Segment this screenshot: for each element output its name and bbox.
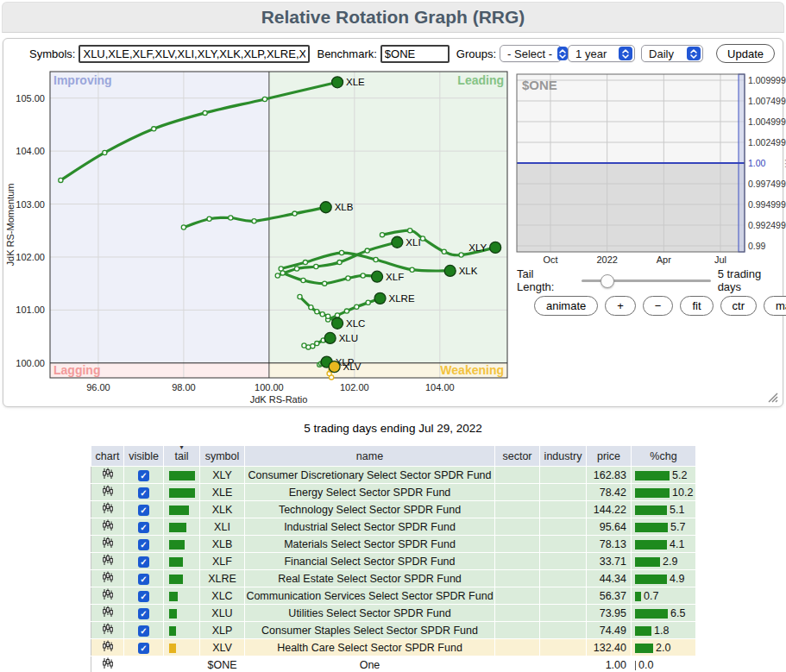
- column-header-tail[interactable]: tail▾: [164, 446, 200, 467]
- visible-cell[interactable]: ✓: [124, 536, 164, 553]
- name-cell: Energy Select Sector SPDR Fund: [245, 484, 495, 501]
- chart-cell[interactable]: [91, 639, 124, 656]
- rrg-dot-XLC[interactable]: [332, 317, 343, 329]
- max-button[interactable]: max: [764, 296, 786, 316]
- column-header-visible[interactable]: visible: [124, 446, 164, 467]
- benchmark-y-label: 0.9974999: [748, 179, 786, 189]
- chart-cell[interactable]: [91, 484, 124, 501]
- chart-icon[interactable]: [102, 556, 114, 568]
- resize-handle-icon[interactable]: [766, 391, 778, 403]
- visible-cell[interactable]: ✓: [124, 622, 164, 639]
- benchmark-x-label: Oct: [543, 254, 557, 265]
- rrg-dot-XLK[interactable]: [444, 265, 456, 276]
- visible-cell[interactable]: ✓: [124, 518, 164, 536]
- chart-cell[interactable]: [91, 570, 124, 587]
- slider-thumb[interactable]: [601, 274, 614, 288]
- column-header-name[interactable]: name: [245, 446, 495, 467]
- visible-checkbox[interactable]: ✓: [138, 591, 149, 602]
- visible-cell[interactable]: ✓: [124, 553, 164, 570]
- chart-cell[interactable]: [91, 518, 124, 536]
- column-header-industry[interactable]: industry: [540, 446, 587, 467]
- visible-cell[interactable]: ✓: [124, 467, 164, 484]
- rrg-dot-XLRE[interactable]: [374, 292, 386, 304]
- name-cell: Real Estate Select Sector SPDR Fund: [245, 570, 495, 587]
- rrg-dot-XLI[interactable]: [392, 236, 403, 248]
- frequency-select[interactable]: Daily: [641, 45, 703, 62]
- rrg-dot-XLY[interactable]: [490, 242, 501, 253]
- fit-button[interactable]: fit: [680, 296, 713, 316]
- chart-cell[interactable]: [91, 587, 124, 605]
- visible-checkbox[interactable]: ✓: [138, 643, 149, 654]
- tail-swatch: [169, 506, 189, 515]
- visible-cell[interactable]: ✓: [124, 639, 164, 656]
- rrg-x-tick: 98.00: [172, 382, 196, 393]
- rrg-dot-XLF[interactable]: [372, 271, 383, 282]
- visible-checkbox[interactable]: ✓: [138, 608, 149, 619]
- period-select[interactable]: 1 year: [568, 45, 635, 62]
- visible-cell[interactable]: ✓: [124, 605, 164, 622]
- drag-dots-icon[interactable]: ⋮: [781, 158, 786, 168]
- rrg-dot-XLV[interactable]: [329, 361, 340, 373]
- chart-icon[interactable]: [102, 505, 114, 517]
- zoom-out-button[interactable]: −: [643, 296, 674, 316]
- industry-cell: [540, 484, 587, 501]
- rrg-chart[interactable]: ImprovingLeadingLaggingWeakening100.0010…: [3, 68, 519, 406]
- chart-icon[interactable]: [102, 591, 114, 603]
- industry-cell: [540, 656, 587, 672]
- update-button[interactable]: Update: [716, 44, 775, 63]
- visible-checkbox[interactable]: ✓: [138, 470, 149, 481]
- symbol-cell: XLC: [200, 587, 245, 605]
- visible-checkbox[interactable]: ✓: [138, 574, 149, 585]
- chart-icon[interactable]: [102, 470, 114, 482]
- visible-checkbox[interactable]: ✓: [138, 539, 149, 550]
- animate-button[interactable]: animate: [534, 296, 598, 316]
- benchmark-input[interactable]: [380, 45, 450, 63]
- groups-select[interactable]: - Select -: [500, 45, 562, 62]
- column-header-chg[interactable]: %chg: [632, 446, 696, 467]
- visible-cell[interactable]: ✓: [124, 501, 164, 518]
- column-header-sector[interactable]: sector: [495, 446, 540, 467]
- column-header-price[interactable]: price: [587, 446, 632, 467]
- chart-cell[interactable]: [91, 553, 124, 570]
- chart-cell[interactable]: [91, 622, 124, 639]
- visible-checkbox[interactable]: ✓: [138, 505, 149, 516]
- tail-cell: [164, 484, 200, 501]
- table-row-XLB: ✓XLBMaterials Select Sector SPDR Fund78.…: [91, 536, 696, 553]
- chart-cell[interactable]: [91, 536, 124, 553]
- name-cell: Consumer Discretionary Select Sector SPD…: [245, 467, 495, 484]
- visible-checkbox[interactable]: ✓: [138, 487, 149, 499]
- rrg-dot-XLE[interactable]: [332, 77, 343, 88]
- chart-icon[interactable]: [102, 660, 114, 672]
- benchmark-chart[interactable]: 1.00999991.00749991.00499991.00249991.00…: [510, 72, 786, 269]
- chart-icon[interactable]: [102, 625, 114, 637]
- symbols-input[interactable]: [79, 45, 310, 63]
- chart-icon[interactable]: [102, 539, 114, 551]
- visible-checkbox[interactable]: ✓: [138, 625, 149, 637]
- industry-cell: [540, 501, 587, 518]
- chart-cell[interactable]: [91, 501, 124, 518]
- center-button[interactable]: ctr: [720, 296, 757, 316]
- chart-cell[interactable]: [91, 605, 124, 622]
- price-cell: 78.42: [587, 484, 632, 501]
- chart-cell[interactable]: [91, 467, 124, 484]
- chart-icon[interactable]: [102, 487, 114, 499]
- rrg-dot-XLU[interactable]: [324, 332, 336, 343]
- visible-cell[interactable]: ✓: [124, 484, 164, 501]
- chart-icon[interactable]: [102, 522, 114, 534]
- zoom-in-button[interactable]: +: [605, 296, 636, 316]
- visible-checkbox[interactable]: ✓: [138, 522, 149, 533]
- chart-icon[interactable]: [102, 608, 114, 620]
- tail-length-slider[interactable]: [582, 273, 711, 287]
- chart-cell[interactable]: [91, 656, 124, 672]
- rrg-x-axis-label: JdK RS-Ratio: [250, 394, 308, 405]
- visible-cell[interactable]: ✓: [124, 570, 164, 587]
- visible-checkbox[interactable]: ✓: [138, 556, 149, 568]
- chart-icon[interactable]: [102, 643, 114, 655]
- rrg-dot-XLB[interactable]: [320, 202, 331, 213]
- chart-icon[interactable]: [102, 574, 114, 586]
- column-header-chart[interactable]: chart: [91, 446, 124, 467]
- visible-cell[interactable]: ✓: [124, 587, 164, 605]
- benchmark-x-label: 2022: [596, 254, 617, 265]
- column-header-symbol[interactable]: symbol: [200, 446, 245, 467]
- table-row-XLP: ✓XLPConsumer Staples Select Sector SPDR …: [91, 622, 696, 639]
